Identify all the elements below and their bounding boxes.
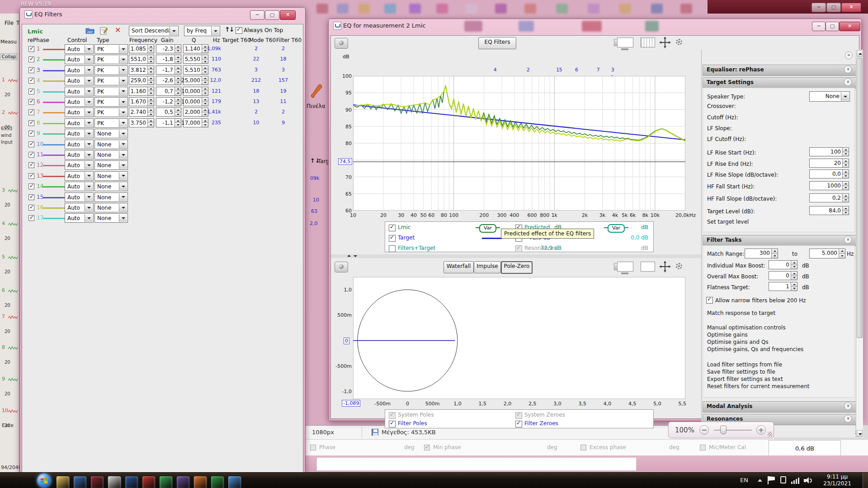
filter-gain-field[interactable]: -1,8 [156,55,181,64]
show-desktop-button[interactable] [863,473,868,488]
filter-type-select[interactable]: None [94,150,128,160]
pz-left-limit-label[interactable]: -1,089 [342,400,360,407]
zoom-in-button[interactable]: + [756,425,766,435]
filter-enable-checkbox[interactable] [28,46,34,52]
tab-impulse[interactable]: Impulse [474,261,501,273]
measurement-list-item[interactable]: 920 [0,376,19,403]
filter-tasks-collapse-icon[interactable]: » [844,236,852,244]
filter-enable-checkbox[interactable] [28,56,34,62]
spinner[interactable] [147,98,154,106]
panel-action[interactable]: Export filter settings as text [707,376,783,382]
spinner[interactable] [842,194,849,202]
sort-order-select[interactable]: Sort Descending [129,26,179,36]
panel-action[interactable]: Save filter settings to file [707,369,775,375]
panel-scrollbar[interactable] [856,50,863,437]
filter-control-select[interactable]: Auto [65,150,94,160]
spinner[interactable] [175,76,181,84]
filter-gain-field[interactable]: -1,1 [156,118,181,127]
panel-action[interactable]: Manual optimisation controls [707,324,786,331]
filter-control-select[interactable]: Auto [65,213,94,223]
tray-clock[interactable]: 9:11 μμ 23/1/2021 [816,474,858,487]
filter-type-select[interactable]: None [94,192,128,202]
taskbar-app-icon[interactable] [193,476,207,488]
filter-enable-checkbox[interactable] [28,131,34,136]
spinner[interactable] [175,45,181,53]
setting-field[interactable]: 1000 [809,181,849,190]
scroll-down-button[interactable] [857,430,863,437]
menu-file[interactable]: File [5,20,14,26]
spinner[interactable] [175,98,181,106]
spinner[interactable] [147,45,154,53]
resonances-expand-icon[interactable]: » [844,415,852,422]
filter-frequency-field[interactable]: 2.740 [129,108,154,117]
capture-graph-button[interactable] [335,38,348,49]
filter-enable-checkbox[interactable] [28,205,34,211]
measurement-list-item[interactable]: 820 [0,344,19,371]
axis-level-label[interactable]: 74,5 [338,158,352,165]
filter-enable-checkbox[interactable] [28,194,34,200]
pan-arrows-icon[interactable] [659,261,671,272]
filter-control-select[interactable]: Auto [65,108,94,117]
match-range-to-field[interactable]: 5.000 [809,249,845,258]
eqf-minimize-button[interactable]: ─ [250,10,264,20]
filter-type-select[interactable]: PK [94,66,128,75]
tab-waterfall[interactable]: Waterfall [443,261,474,273]
measure-button-fragment[interactable]: Measu [0,39,17,45]
setting-field[interactable]: 20 [809,159,849,168]
filter-enable-checkbox[interactable] [28,152,34,158]
spinner[interactable] [147,108,154,116]
filter-frequency-field[interactable]: 3.750 [129,118,154,127]
filter-enable-checkbox[interactable] [28,67,34,73]
filter-gain-field[interactable]: -2,3 [156,44,181,53]
phase-option-checkbox[interactable] [700,445,706,450]
filter-frequency-field[interactable]: 1.160 [129,87,154,96]
equaliser-expand-icon[interactable]: » [844,66,852,73]
match-range-from-field[interactable]: 300 [745,249,778,258]
measurement-list-item[interactable]: 320 [0,187,19,214]
section-filter-tasks[interactable]: Filter Tasks [703,235,859,246]
taskbar-app-icon[interactable] [159,476,173,488]
taskbar-app-icon[interactable] [228,476,241,488]
delete-filters-icon[interactable]: ✕ [115,26,121,34]
filter-control-select[interactable]: Auto [65,160,94,170]
filter-enable-checkbox[interactable] [28,89,34,94]
filter-frequency-field[interactable]: 1.670 [129,97,154,106]
zoom-slider-thumb[interactable] [720,426,726,434]
filter-type-select[interactable]: None [94,129,128,138]
filter-control-select[interactable]: Auto [65,129,94,138]
lmic-var-badge[interactable]: Var [479,224,496,233]
collapse-button-fragment[interactable]: Collap [0,53,17,60]
filter-type-select[interactable]: None [94,171,128,181]
filter-enable-checkbox[interactable] [28,120,34,126]
capture-graph-button[interactable] [335,262,348,272]
action-center-flag-icon[interactable] [769,476,775,481]
spinner[interactable] [147,66,154,74]
taskbar-app-icon[interactable] [73,476,87,488]
filter-type-select[interactable]: None [94,160,128,170]
spinner[interactable] [771,249,778,258]
taskbar-app-icon[interactable] [56,476,70,488]
frequency-axis-widget[interactable] [641,262,655,272]
spinner[interactable] [147,55,154,63]
setting-field[interactable]: 0 [769,271,797,280]
filter-enable-checkbox[interactable] [28,183,34,189]
section-target-settings[interactable]: Target Settings [703,77,859,89]
filter-control-select[interactable]: Auto [65,44,94,54]
gear-icon[interactable] [675,263,683,270]
filters-target-checkbox[interactable] [389,245,396,252]
system-poles-checkbox[interactable] [389,412,396,419]
spinner[interactable] [842,206,849,215]
phase-option-checkbox[interactable] [424,445,430,450]
spinner[interactable] [842,159,849,167]
resonances-checkbox[interactable] [515,245,522,252]
panel-action[interactable]: Optimise gains [707,332,748,338]
measurement-list-item[interactable]: 120 [0,77,19,104]
spinner[interactable] [147,119,154,127]
setting-field[interactable]: 100 [809,147,849,156]
filter-control-select[interactable]: Auto [65,118,94,128]
filter-type-select[interactable]: PK [94,118,128,128]
pan-arrows-icon[interactable] [659,37,671,48]
target-settings-collapse-icon[interactable]: » [844,78,852,86]
filter-type-select[interactable]: None [94,182,128,191]
allow-narrow-checkbox[interactable] [706,297,713,304]
